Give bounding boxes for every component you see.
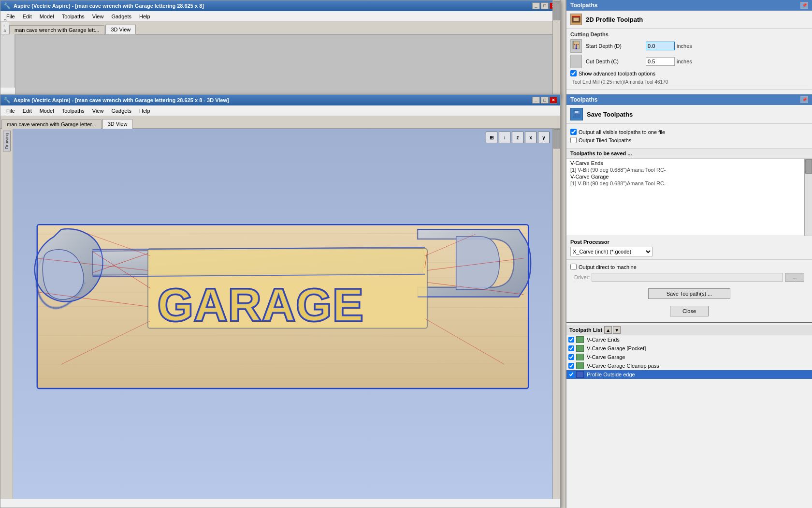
menu-gadgets-w2[interactable]: Gadgets [107,107,135,115]
start-depth-row: Start Depth (D) inches [570,39,808,53]
output-direct-section: Output direct to machine Driver: ... [566,260,812,284]
window1-tabbar: Draw man cave wrench with Garage lett...… [0,22,560,34]
save-toolpaths-btn[interactable]: Save Toolpath(s) ... [648,288,730,299]
scroll-thumb-v-w2[interactable] [553,129,560,149]
scrollbar-v-w1[interactable] [552,0,560,96]
tool-icon-2d [570,14,582,25]
output-tiled-row: Output Tiled Toolpaths [570,137,808,143]
output-direct-checkbox[interactable] [570,264,577,270]
panel2-pin[interactable]: 📌 [800,96,808,103]
viewport-svg: GARAGE GARAGE [13,129,552,499]
tp-list-item-1[interactable]: V-Carve Garage [Pocket] [566,344,812,353]
tool-2d-profile[interactable]: 2D Profile Toolpath [566,11,812,29]
tp-checkbox-1[interactable] [568,345,574,351]
menu-view-w1[interactable]: View [88,13,108,20]
scroll-thumb-toolpaths[interactable] [805,159,812,174]
tp-list-item-3[interactable]: V-Carve Garage Cleanup pass [566,361,812,370]
view-btn-zoom-x[interactable]: x [525,132,536,143]
scrollbar-toolpaths[interactable] [804,159,812,236]
view-btn-zoom-z[interactable]: z [512,132,523,143]
tab-3dview-w2[interactable]: 3D View [102,119,133,129]
tp-list-item-0[interactable]: V-Carve Ends [566,335,812,344]
close-panel-btn[interactable]: Close [670,306,709,316]
menu-help-w2[interactable]: Help [135,107,154,115]
tp-item-4: [1] V-Bit (90 deg 0.688")Amana Tool RC- [570,180,808,187]
start-depth-input[interactable] [646,42,675,50]
window2-controls[interactable]: _ □ ✕ [532,97,557,104]
window2-title: Aspire (Vectric Aspire) - [man cave wren… [14,97,229,103]
panel2-controls[interactable]: 📌 [800,96,808,103]
window1-menubar: File Edit Model Toolpaths View Gadgets H… [0,11,560,22]
tp-list-item-4[interactable]: Profile Outside edge [566,370,812,379]
cutting-depths-section: Cutting Depths Start Depth (D) inches Cu… [566,29,812,90]
tp-checkbox-2[interactable] [568,354,574,360]
output-tiled-checkbox[interactable] [570,137,577,143]
toolpath-list-title: Toolpath List [569,327,602,333]
toolpaths-panel-1: Toolpaths 📌 2D Profile Toolpath Cutting … [566,0,812,97]
drawing-tab-w1[interactable]: Draw [1,22,9,34]
window1: 🔧 Aspire (Vectric Aspire) - [man cave wr… [0,0,561,97]
cut-depth-icon [570,55,582,68]
toolpaths-to-save-header: Toolpaths to be saved ... [566,148,812,159]
show-advanced-checkbox[interactable] [570,70,577,76]
tp-icon-2 [576,354,584,360]
tp-item-3: V-Carve Garage [570,173,808,180]
output-all-row: Output all visible toolpaths to one file [570,129,808,135]
tab-design-w2[interactable]: man cave wrench with Garage letter... [1,120,102,129]
drawing-tab-label[interactable]: Drawing [3,131,11,151]
view-btn-z[interactable]: ↕ [499,132,510,143]
menu-edit-w2[interactable]: Edit [19,107,36,115]
toolpath-list-header: Toolpath List ▲ ▼ [566,325,812,335]
tp-checkbox-3[interactable] [568,363,574,369]
show-advanced-label: Show advanced toolpath options [579,71,655,76]
output-all-checkbox[interactable] [570,129,577,135]
view-btn-iso[interactable]: ⊞ [486,132,497,143]
menu-view-w2[interactable]: View [88,107,108,115]
menu-model-w1[interactable]: Model [36,13,58,20]
cut-depth-input[interactable] [646,57,675,66]
tp-icon-4 [576,371,584,378]
tp-label-4: Profile Outside edge [587,372,635,377]
post-processor-section: Post Processor X_Carve (inch) (*.gcode) [566,236,812,260]
list-down-btn[interactable]: ▼ [613,326,621,334]
tp-checkbox-4[interactable] [568,372,574,377]
menu-toolpaths-w1[interactable]: Toolpaths [58,13,88,20]
menu-toolpaths-w2[interactable]: Toolpaths [58,107,88,115]
close-btn-container: Close [566,303,812,322]
driver-btn[interactable]: ... [785,273,804,282]
canvas-container-w1: 0 10 20 [15,34,560,88]
tp-label-3: V-Carve Garage Cleanup pass [587,363,659,369]
tool-name-2d: 2D Profile Toolpath [586,16,643,23]
tp-item-2: [1] V-Bit (90 deg 0.688")Amana Tool RC- [570,166,808,173]
tab-3dview-w1[interactable]: 3D View [105,25,136,34]
window1-title: Aspire (Vectric Aspire) - [man cave wren… [14,3,204,9]
tab-design-w1[interactable]: man cave wrench with Garage lett... [9,25,104,34]
restore-btn[interactable]: □ [541,2,549,9]
panel1-pin[interactable]: 📌 [800,2,808,9]
menu-gadgets-w1[interactable]: Gadgets [107,13,135,20]
menu-model-w2[interactable]: Model [36,107,58,115]
restore-btn-w2[interactable]: □ [541,97,549,104]
tp-list-item-2[interactable]: V-Carve Garage [566,353,812,361]
svg-text:GARAGE: GARAGE [158,279,364,330]
panel1-controls[interactable]: 📌 [800,2,808,9]
menu-file-w2[interactable]: File [2,107,19,115]
tp-checkbox-0[interactable] [568,337,574,343]
toolpaths-panel-2: Toolpaths 📌 Save Toolpaths Output all vi… [566,94,812,508]
close-btn-w2[interactable]: ✕ [550,97,557,104]
toolpaths-to-save-title: Toolpaths to be saved ... [570,150,632,156]
scroll-thumb-v-w1[interactable] [553,1,560,20]
minimize-btn[interactable]: _ [532,2,540,9]
minimize-btn-w2[interactable]: _ [532,97,540,104]
save-toolpaths-label: Save Toolpaths [587,111,633,118]
list-up-btn[interactable]: ▲ [604,326,612,334]
scrollbar-v-w2[interactable] [552,129,560,499]
toolpaths-list-area[interactable]: V-Carve Ends [1] V-Bit (90 deg 0.688")Am… [566,159,812,236]
cut-depth-label: Cut Depth (C) [586,59,644,64]
unit-cut: inches [677,59,692,64]
viewport-3d[interactable]: GARAGE GARAGE [13,129,552,499]
post-processor-select[interactable]: X_Carve (inch) (*.gcode) [570,247,652,256]
menu-edit-w1[interactable]: Edit [19,13,36,20]
view-btn-zoom-y[interactable]: y [538,132,550,143]
menu-help-w1[interactable]: Help [135,13,154,20]
